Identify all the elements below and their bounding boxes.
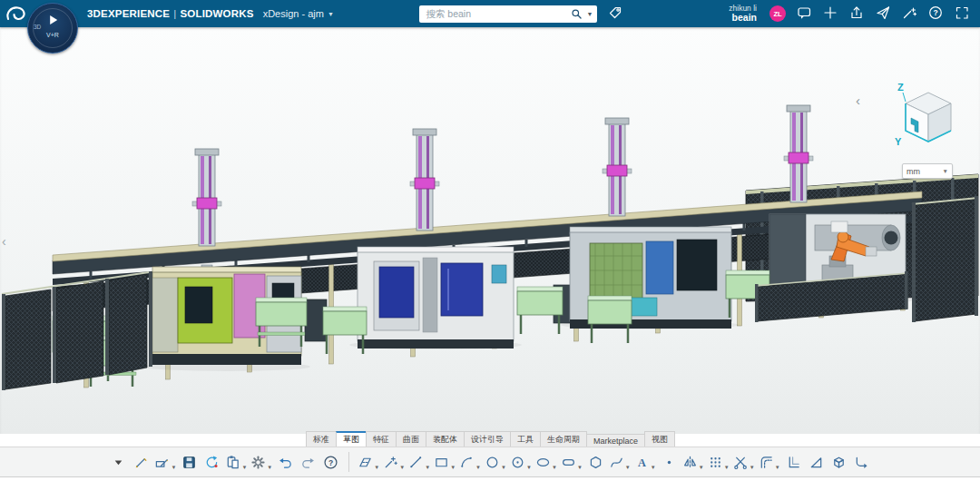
model-3d-scene[interactable] <box>0 27 980 434</box>
unit-dropdown[interactable]: mm ▼ <box>902 163 953 179</box>
tag-icon[interactable] <box>606 5 624 23</box>
top-bar: 3DEXPERIENCE|SOLIDWORKS xDesign - ajm ▼ … <box>0 0 980 27</box>
green-cart-5[interactable] <box>517 287 563 334</box>
offset-entities-button[interactable]: ▼ <box>757 451 782 474</box>
help-button[interactable]: ? <box>319 451 342 474</box>
actions-icon[interactable] <box>900 5 918 23</box>
axis-z-label[interactable]: Z <box>897 82 904 93</box>
app-menu[interactable]: xDesign - ajm ▼ <box>263 8 334 19</box>
compass-center-label: V+R <box>28 32 77 38</box>
mirror-entities-button[interactable]: ▼ <box>681 451 706 474</box>
user-space: beain <box>729 13 757 24</box>
sketch-pattern-button[interactable]: ▼ <box>706 451 731 474</box>
perimeter-circle-button[interactable]: ▼ <box>508 451 534 474</box>
line-tool-button[interactable]: ▼ <box>407 451 432 474</box>
3dexperience-compass[interactable]: V+R 3D <box>27 3 78 54</box>
user-info[interactable]: zhikun li beain <box>729 5 757 24</box>
reorient-corner-button[interactable] <box>850 451 873 474</box>
circle-tool-button[interactable]: ▼ <box>483 451 508 474</box>
save-button[interactable] <box>178 451 201 474</box>
sketch-plane-button[interactable]: ▼ <box>356 451 381 474</box>
search-scope-caret-icon[interactable]: ▼ <box>586 11 593 17</box>
svg-text:?: ? <box>328 457 333 466</box>
sketch-text-button[interactable]: A▼ <box>632 451 658 474</box>
trim-entities-button[interactable]: ▼ <box>731 451 757 474</box>
new-sketch-button[interactable] <box>130 451 152 474</box>
undo-button[interactable] <box>274 451 297 474</box>
topbar-icon-row: ? <box>795 5 971 23</box>
brand-text: 3DEXPERIENCE|SOLIDWORKS <box>87 8 254 19</box>
add-icon[interactable] <box>821 5 839 23</box>
axis-y-label[interactable]: Y <box>895 136 902 147</box>
share-icon[interactable] <box>848 5 866 23</box>
assistant-icon[interactable] <box>795 5 813 23</box>
rectangle-tool-button[interactable]: ▼ <box>432 451 457 474</box>
overflow-caret-button[interactable] <box>107 451 130 474</box>
send-icon[interactable] <box>874 5 892 23</box>
point-tool-button[interactable] <box>658 451 681 474</box>
toolbar-separator <box>348 452 349 472</box>
paste-button[interactable]: ▼ <box>223 451 249 474</box>
xdesign-app: 3DEXPERIENCE|SOLIDWORKS xDesign - ajm ▼ … <box>0 0 980 481</box>
convert-entities-button[interactable] <box>782 451 805 474</box>
spline-tool-button[interactable]: ▼ <box>607 451 632 474</box>
settings-button[interactable]: ▼ <box>249 451 274 474</box>
svg-text:A: A <box>638 456 646 468</box>
redo-button[interactable] <box>297 451 319 474</box>
instant-sketch-button[interactable]: ▼ <box>381 451 407 474</box>
fullscreen-icon[interactable] <box>953 5 971 23</box>
avatar[interactable]: ZL <box>769 5 786 22</box>
update-button[interactable] <box>201 451 223 474</box>
slot-tool-button[interactable]: ▼ <box>559 451 584 474</box>
polygon-tool-button[interactable] <box>584 451 607 474</box>
brand-3dexperience: 3DEXPERIENCE <box>87 8 170 19</box>
unit-label: mm <box>906 167 920 176</box>
edit-sketch-button[interactable]: ▼ <box>152 451 178 474</box>
left-panel-toggle[interactable]: ‹ <box>2 234 6 249</box>
user-name: zhikun li <box>729 5 757 13</box>
safety-fence-right-front[interactable] <box>912 196 978 322</box>
brand-divider: | <box>173 8 176 19</box>
brand-solidworks: SOLIDWORKS <box>180 8 253 19</box>
bottom-strip <box>0 477 980 481</box>
cnc-machine-2[interactable] <box>358 247 514 348</box>
chevron-down-icon: ▼ <box>328 11 334 17</box>
viewport-3d[interactable]: ‹ ‹ Z Y mm ▼ <box>0 27 980 434</box>
search-input[interactable] <box>424 7 567 20</box>
arc-tool-button[interactable]: ▼ <box>457 451 483 474</box>
dimension-tool-button[interactable] <box>805 451 828 474</box>
exit-sketch-3d-button[interactable] <box>828 451 850 474</box>
app-name: xDesign - ajm <box>263 8 324 19</box>
global-search[interactable]: ▼ <box>419 5 597 23</box>
search-icon[interactable] <box>571 8 583 20</box>
compass-3d-quadrant-label: 3D <box>34 24 41 30</box>
help-icon[interactable]: ? <box>926 5 945 23</box>
compass-play-icon[interactable] <box>50 15 57 25</box>
green-cart-6[interactable] <box>588 296 632 343</box>
view-cube[interactable]: Z Y <box>893 80 967 154</box>
ellipse-tool-button[interactable]: ▼ <box>534 451 559 474</box>
svg-text:?: ? <box>933 8 937 17</box>
unit-caret-icon: ▼ <box>943 168 948 174</box>
sketch-toolbar: ▼▼▼?▼▼▼▼▼▼▼▼▼▼A▼▼▼▼▼ <box>0 447 980 477</box>
avatar-initials: ZL <box>773 10 781 18</box>
right-panel-collapse[interactable]: ‹ <box>856 93 860 108</box>
